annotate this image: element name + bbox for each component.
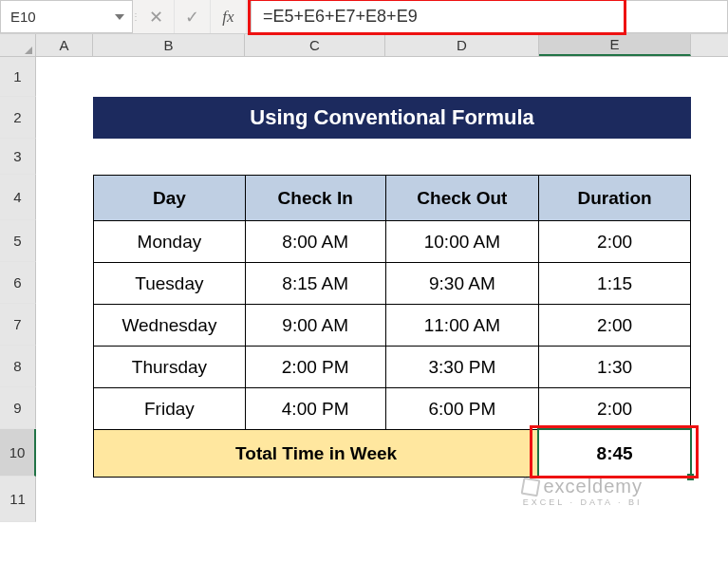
header-day[interactable]: Day bbox=[94, 176, 246, 221]
row-header-2[interactable]: 2 bbox=[0, 97, 36, 139]
cell-out[interactable]: 3:30 PM bbox=[385, 347, 539, 388]
title-text: Using Conventional Formula bbox=[250, 105, 533, 130]
cell-day[interactable]: Thursday bbox=[94, 347, 246, 388]
title-band: Using Conventional Formula bbox=[93, 97, 691, 139]
cell-out[interactable]: 11:00 AM bbox=[385, 305, 539, 347]
row-header-3[interactable]: 3 bbox=[0, 139, 36, 175]
logo-icon bbox=[521, 477, 541, 497]
col-header-C[interactable]: C bbox=[245, 34, 385, 56]
name-box-value: E10 bbox=[10, 9, 36, 25]
select-all-triangle[interactable] bbox=[0, 34, 36, 56]
header-checkin[interactable]: Check In bbox=[245, 176, 385, 221]
table-header-row: Day Check In Check Out Duration bbox=[94, 176, 691, 221]
row-header-5[interactable]: 5 bbox=[0, 220, 36, 262]
col-header-D[interactable]: D bbox=[385, 34, 539, 56]
row-header-7[interactable]: 7 bbox=[0, 304, 36, 346]
watermark-tag: EXCEL · DATA · BI bbox=[523, 497, 643, 507]
row-header-11[interactable]: 11 bbox=[0, 477, 36, 522]
row-headers: 1 2 3 4 5 6 7 8 9 10 11 bbox=[0, 57, 36, 522]
formula-bar: E10 ⋮ ✕ ✓ fx =E5+E6+E7+E8+E9 bbox=[0, 0, 728, 34]
header-checkout[interactable]: Check Out bbox=[385, 176, 539, 221]
col-header-E[interactable]: E bbox=[539, 34, 691, 56]
cell-day[interactable]: Friday bbox=[94, 388, 246, 430]
cell-out[interactable]: 9:30 AM bbox=[385, 263, 539, 305]
accept-formula-button[interactable]: ✓ bbox=[175, 0, 211, 33]
cell-in[interactable]: 4:00 PM bbox=[245, 388, 385, 430]
cell-day[interactable]: Wednesday bbox=[94, 305, 246, 347]
total-row: Total Time in Week 8:45 bbox=[94, 430, 691, 478]
table-row: Tuesday 8:15 AM 9:30 AM 1:15 bbox=[94, 263, 691, 305]
formula-text: =E5+E6+E7+E8+E9 bbox=[263, 7, 418, 27]
cell-in[interactable]: 8:15 AM bbox=[245, 263, 385, 305]
data-table: Day Check In Check Out Duration Monday 8… bbox=[93, 175, 691, 478]
name-box-dropdown-icon[interactable] bbox=[111, 9, 128, 26]
table-row: Friday 4:00 PM 6:00 PM 2:00 bbox=[94, 388, 691, 430]
row-header-1[interactable]: 1 bbox=[0, 57, 36, 97]
col-header-A[interactable]: A bbox=[36, 34, 93, 56]
header-duration[interactable]: Duration bbox=[539, 176, 691, 221]
cell-dur[interactable]: 2:00 bbox=[539, 305, 691, 347]
row-header-8[interactable]: 8 bbox=[0, 346, 36, 387]
fx-icon: fx bbox=[222, 8, 233, 27]
cell-day[interactable]: Tuesday bbox=[94, 263, 246, 305]
name-box[interactable]: E10 bbox=[0, 0, 133, 33]
col-header-B[interactable]: B bbox=[93, 34, 245, 56]
formula-input[interactable]: =E5+E6+E7+E8+E9 bbox=[251, 0, 728, 33]
table-row: Thursday 2:00 PM 3:30 PM 1:30 bbox=[94, 347, 691, 388]
cell-out[interactable]: 6:00 PM bbox=[385, 388, 539, 430]
cell-dur[interactable]: 1:30 bbox=[539, 347, 691, 388]
cell-out[interactable]: 10:00 AM bbox=[385, 221, 539, 263]
check-icon: ✓ bbox=[185, 7, 199, 28]
fill-handle[interactable] bbox=[687, 474, 694, 480]
cell-in[interactable]: 8:00 AM bbox=[245, 221, 385, 263]
cell-dur[interactable]: 1:15 bbox=[539, 263, 691, 305]
table-row: Wednesday 9:00 AM 11:00 AM 2:00 bbox=[94, 305, 691, 347]
row-header-6[interactable]: 6 bbox=[0, 262, 36, 304]
row-header-4[interactable]: 4 bbox=[0, 175, 36, 220]
column-headers: A B C D E bbox=[0, 34, 728, 57]
table-row: Monday 8:00 AM 10:00 AM 2:00 bbox=[94, 221, 691, 263]
watermark-name: exceldemy bbox=[543, 476, 643, 497]
cell-dur[interactable]: 2:00 bbox=[539, 388, 691, 430]
cell-in[interactable]: 2:00 PM bbox=[245, 347, 385, 388]
worksheet[interactable]: Using Conventional Formula Day Check In … bbox=[36, 57, 728, 522]
x-icon: ✕ bbox=[149, 7, 163, 28]
row-header-9[interactable]: 9 bbox=[0, 387, 36, 429]
insert-function-button[interactable]: fx bbox=[211, 0, 247, 33]
total-label[interactable]: Total Time in Week bbox=[94, 430, 539, 478]
cell-dur[interactable]: 2:00 bbox=[539, 221, 691, 263]
total-value-cell[interactable]: 8:45 bbox=[539, 430, 691, 478]
total-value: 8:45 bbox=[597, 443, 633, 463]
cancel-formula-button[interactable]: ✕ bbox=[139, 0, 175, 33]
cell-in[interactable]: 9:00 AM bbox=[245, 305, 385, 347]
row-header-10[interactable]: 10 bbox=[0, 429, 36, 477]
watermark: exceldemy EXCEL · DATA · BI bbox=[522, 476, 643, 507]
cell-day[interactable]: Monday bbox=[94, 221, 246, 263]
